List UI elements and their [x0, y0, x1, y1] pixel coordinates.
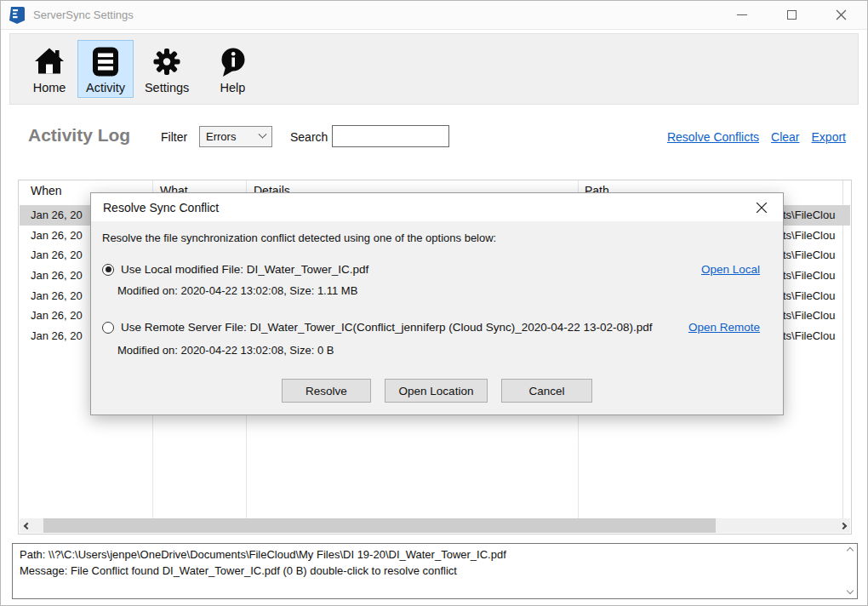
cell-path: ts\FileClou [783, 289, 835, 302]
close-icon [756, 202, 768, 214]
toolbar-item-settings[interactable]: Settings [136, 40, 197, 98]
radio-remote[interactable] [102, 322, 114, 334]
cell-path: ts\FileClou [783, 229, 835, 242]
filter-dropdown[interactable]: Errors [199, 126, 272, 147]
cell-when: Jan 26, 20 [31, 229, 83, 242]
cell-when: Jan 26, 20 [31, 329, 83, 342]
resolve-sync-conflict-dialog: Resolve Sync Conflict Resolve the file s… [90, 192, 784, 415]
open-local-link[interactable]: Open Local [701, 263, 768, 276]
cell-when: Jan 26, 20 [31, 309, 83, 322]
option-local: Use Local modified File: DI_Water_Tower_… [102, 263, 768, 276]
dialog-titlebar: Resolve Sync Conflict [91, 193, 783, 221]
resolve-conflicts-link[interactable]: Resolve Conflicts [667, 130, 759, 144]
export-link[interactable]: Export [812, 130, 846, 144]
option-local-detail: Modified on: 2020-04-22 13:02:08, Size: … [117, 284, 357, 297]
clear-link[interactable]: Clear [771, 130, 799, 144]
cell-path: ts\FileClou [783, 269, 835, 282]
dialog-buttons: Resolve Open Location Cancel [91, 379, 783, 403]
cancel-button[interactable]: Cancel [501, 379, 592, 403]
page-title: Activity Log [28, 125, 130, 146]
scroll-right-button[interactable] [836, 518, 850, 533]
maximize-button[interactable] [779, 3, 804, 28]
status-message-line: Message: File Conflict found DI_Water_To… [20, 563, 838, 579]
open-location-button[interactable]: Open Location [385, 379, 488, 403]
cell-path: ts\FileClou [783, 249, 835, 261]
scroll-left-button[interactable] [20, 518, 34, 533]
minimize-icon [737, 14, 747, 15]
close-icon [836, 9, 847, 20]
window-title: ServerSync Settings [33, 9, 134, 21]
option-local-label[interactable]: Use Local modified File: DI_Water_Tower_… [121, 263, 368, 276]
radio-local[interactable] [102, 264, 114, 276]
cell-path: ts\FileClou [783, 309, 835, 322]
titlebar: ServerSync Settings [1, 1, 867, 30]
cell-when: Jan 26, 20 [31, 269, 83, 282]
window-controls [729, 3, 867, 28]
chevron-right-icon [839, 522, 846, 529]
toolbar-label-settings: Settings [145, 81, 189, 94]
cell-when: Jan 26, 20 [31, 289, 83, 302]
filter-dropdown-value: Errors [206, 130, 236, 143]
dialog-title: Resolve Sync Conflict [103, 201, 219, 214]
status-scroll-down-button[interactable] [848, 588, 853, 593]
cell-path: ts\FileClou [783, 329, 835, 342]
dialog-close-button[interactable] [752, 198, 771, 217]
cell-path: ts\FileClou [783, 209, 835, 221]
open-remote-link[interactable]: Open Remote [688, 321, 768, 334]
search-label: Search [290, 130, 328, 144]
chevron-down-icon [259, 130, 267, 139]
home-icon [32, 44, 66, 80]
toolbar-label-activity: Activity [86, 81, 125, 94]
filter-label: Filter [161, 130, 187, 144]
toolbar-item-activity[interactable]: Activity [77, 40, 134, 98]
column-header-when[interactable]: When [31, 184, 62, 197]
resolve-button[interactable]: Resolve [282, 379, 371, 403]
toolbar-item-help[interactable]: Help [207, 40, 258, 98]
toolbar-label-home: Home [33, 81, 66, 94]
header-links: Resolve Conflicts Clear Export [667, 130, 846, 144]
cell-when: Jan 26, 20 [31, 249, 83, 261]
status-detail-box[interactable]: Path: \\?\C:\Users\jenpe\OneDrive\Docume… [12, 543, 858, 599]
status-path-line: Path: \\?\C:\Users\jenpe\OneDrive\Docume… [20, 546, 838, 563]
chevron-down-icon [847, 587, 854, 594]
activity-icon [89, 44, 123, 80]
app-logo-icon [9, 6, 26, 25]
option-remote-detail: Modified on: 2020-04-22 13:02:08, Size: … [117, 344, 334, 357]
app-window: ServerSync Settings Home [0, 0, 868, 606]
option-remote-label[interactable]: Use Remote Server File: DI_Water_Tower_I… [121, 321, 653, 334]
dialog-instruction: Resolve the file synchronization conflic… [102, 232, 496, 244]
toolbar-item-home[interactable]: Home [24, 40, 75, 98]
help-icon [215, 44, 249, 80]
search-input[interactable] [332, 125, 449, 147]
toolbar-label-help: Help [220, 81, 245, 94]
minimize-button[interactable] [729, 3, 755, 28]
gear-icon [150, 44, 184, 80]
close-button[interactable] [828, 3, 854, 28]
maximize-icon [787, 10, 797, 20]
toolbar: Home Activity [9, 33, 859, 105]
cell-when: Jan 26, 20 [31, 209, 83, 221]
chevron-up-icon [847, 547, 854, 554]
horizontal-scrollbar[interactable] [20, 518, 850, 533]
status-scroll-up-button[interactable] [848, 548, 853, 553]
chevron-left-icon [23, 522, 30, 529]
option-remote: Use Remote Server File: DI_Water_Tower_I… [102, 321, 768, 334]
scrollbar-thumb[interactable] [43, 518, 716, 533]
